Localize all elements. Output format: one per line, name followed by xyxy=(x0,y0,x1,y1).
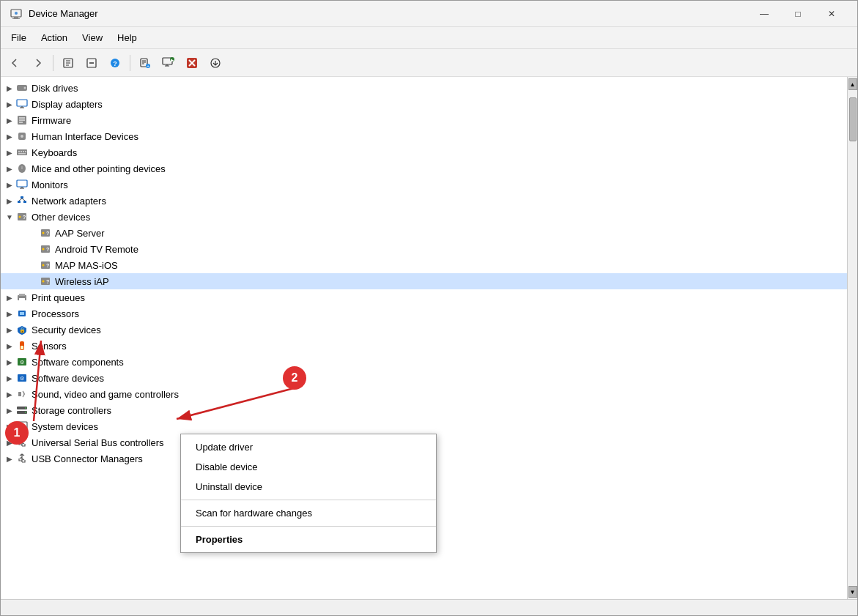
svg-rect-35 xyxy=(19,122,23,123)
tree-item-sensors[interactable]: ▶ Sensors xyxy=(1,338,847,354)
update-driver-button[interactable] xyxy=(204,53,226,73)
tree-item-system-devices[interactable]: ▶ System devices xyxy=(1,418,847,434)
ctx-disable-device[interactable]: Disable device xyxy=(181,457,436,477)
tree-item-map-mas[interactable]: ? MAP MAS-iOS xyxy=(1,257,847,273)
properties-button[interactable] xyxy=(57,53,79,73)
expand-usb-connectors[interactable]: ▶ xyxy=(4,453,15,464)
svg-rect-50 xyxy=(18,201,21,203)
monitors-label: Monitors xyxy=(32,179,68,190)
back-button[interactable] xyxy=(4,53,26,73)
expand-processors[interactable]: ▶ xyxy=(4,308,15,319)
mice-label: Mice and other pointing devices xyxy=(32,163,166,174)
close-button[interactable]: ✕ xyxy=(815,3,848,25)
svg-rect-81 xyxy=(18,392,21,396)
scroll-thumb[interactable] xyxy=(849,97,857,141)
svg-text:🔒: 🔒 xyxy=(19,327,26,333)
expand-network[interactable]: ▶ xyxy=(4,195,15,207)
expand-security[interactable]: ▶ xyxy=(4,324,15,335)
menu-view[interactable]: View xyxy=(75,29,110,46)
usb-controllers-icon xyxy=(15,436,29,449)
expand-print-queues[interactable]: ▶ xyxy=(4,292,15,303)
expand-other-devices[interactable]: ▼ xyxy=(4,211,15,223)
svg-point-58 xyxy=(42,232,45,234)
ctx-uninstall-device[interactable]: Uninstall device xyxy=(181,477,436,497)
tree-item-storage[interactable]: ▶ Storage controllers xyxy=(1,402,847,418)
expand-software-components[interactable]: ▶ xyxy=(4,356,15,368)
scroll-down-button[interactable]: ▼ xyxy=(848,586,857,598)
tree-item-software-components[interactable]: ▶ ⚙ Software components xyxy=(1,354,847,370)
tree-item-android-tv[interactable]: ? Android TV Remote xyxy=(1,241,847,257)
expand-hid[interactable]: ▶ xyxy=(4,130,15,142)
expand-display-adapters[interactable]: ▶ xyxy=(4,98,15,110)
wireless-iap-icon: ? xyxy=(39,275,52,288)
expand-sound[interactable]: ▶ xyxy=(4,388,15,400)
svg-rect-86 xyxy=(17,422,27,428)
tree-item-firmware[interactable]: ▶ Firmware xyxy=(1,112,847,128)
expand-disk-drives[interactable]: ▶ xyxy=(4,82,15,94)
storage-icon xyxy=(15,404,29,417)
disable-button[interactable] xyxy=(81,53,103,73)
expand-monitors[interactable]: ▶ xyxy=(4,179,15,190)
svg-rect-40 xyxy=(21,151,22,152)
expand-wireless-iap[interactable] xyxy=(27,275,39,287)
status-bar xyxy=(1,599,857,615)
vertical-scrollbar[interactable]: ▲ ▼ xyxy=(847,77,857,599)
tree-item-keyboards[interactable]: ▶ Keyboards xyxy=(1,144,847,160)
expand-android-tv[interactable] xyxy=(27,243,39,255)
tree-item-mice[interactable]: ▶ Mice and other pointing devices xyxy=(1,160,847,177)
expand-system-devices[interactable]: ▶ xyxy=(4,420,15,432)
storage-label: Storage controllers xyxy=(32,405,111,416)
ctx-scan-hardware[interactable]: Scan for hardware changes xyxy=(181,503,436,523)
forward-button[interactable] xyxy=(27,53,49,73)
tree-item-wireless-iap[interactable]: ? Wireless iAP xyxy=(1,273,847,289)
firmware-label: Firmware xyxy=(32,115,71,126)
uninstall-button[interactable]: + xyxy=(134,53,156,73)
tree-item-other-devices[interactable]: ▼ ? Other devices xyxy=(1,209,847,225)
ctx-separator-1 xyxy=(181,500,436,500)
software-devices-label: Software devices xyxy=(32,373,104,384)
expand-sensors[interactable]: ▶ xyxy=(4,340,15,352)
scroll-track[interactable] xyxy=(848,90,857,586)
ctx-properties[interactable]: Properties xyxy=(181,530,436,549)
tree-item-aap-server[interactable]: ? AAP Server xyxy=(1,225,847,241)
menu-help[interactable]: Help xyxy=(110,29,144,46)
expand-aap[interactable] xyxy=(27,227,39,239)
app-icon xyxy=(10,7,23,21)
expand-keyboards[interactable]: ▶ xyxy=(4,146,15,158)
svg-text:⚙: ⚙ xyxy=(20,360,24,365)
tree-item-print-queues[interactable]: ▶ Print queues xyxy=(1,289,847,305)
tree-item-disk-drives[interactable]: ▶ Disk drives xyxy=(1,80,847,96)
tree-item-hid[interactable]: ▶ Human Interface Devices xyxy=(1,128,847,144)
title-bar: Device Manager — □ ✕ xyxy=(1,1,857,27)
expand-firmware[interactable]: ▶ xyxy=(4,114,15,126)
maximize-button[interactable]: □ xyxy=(781,3,815,25)
expand-storage[interactable]: ▶ xyxy=(4,404,15,416)
remove-button[interactable] xyxy=(181,53,203,73)
tree-item-display-adapters[interactable]: ▶ Display adapters xyxy=(1,96,847,112)
aap-icon: ? xyxy=(39,226,52,240)
menu-bar: File Action View Help xyxy=(1,27,857,49)
tree-item-monitors[interactable]: ▶ Monitors xyxy=(1,177,847,193)
tree-item-security[interactable]: ▶ 🔒 Security devices xyxy=(1,322,847,338)
menu-file[interactable]: File xyxy=(4,29,34,46)
tree-item-processors[interactable]: ▶ Processors xyxy=(1,305,847,322)
tree-item-network[interactable]: ▶ Network adapters xyxy=(1,193,847,209)
content-area: ▶ Disk drives ▶ Display adapters ▶ xyxy=(1,77,857,599)
processors-label: Processors xyxy=(32,308,79,319)
help-button[interactable]: ? xyxy=(104,53,126,73)
svg-point-85 xyxy=(25,412,26,413)
scroll-up-button[interactable]: ▲ xyxy=(848,78,857,90)
menu-action[interactable]: Action xyxy=(34,29,75,46)
expand-mice[interactable]: ▶ xyxy=(4,163,15,174)
tree-item-sound[interactable]: ▶ Sound, video and game controllers xyxy=(1,386,847,402)
tree-item-software-devices[interactable]: ▶ ⚙ Software devices xyxy=(1,370,847,386)
minimize-button[interactable]: — xyxy=(747,3,781,25)
expand-software-devices[interactable]: ▶ xyxy=(4,372,15,384)
svg-rect-43 xyxy=(18,153,26,155)
svg-point-55 xyxy=(19,216,21,218)
expand-map-mas[interactable] xyxy=(27,259,39,271)
sensors-label: Sensors xyxy=(32,341,67,352)
scan-monitor-button[interactable]: ▶ xyxy=(158,53,180,73)
expand-usb-controllers[interactable]: ▶ xyxy=(4,437,15,448)
ctx-update-driver[interactable]: Update driver xyxy=(181,437,436,457)
